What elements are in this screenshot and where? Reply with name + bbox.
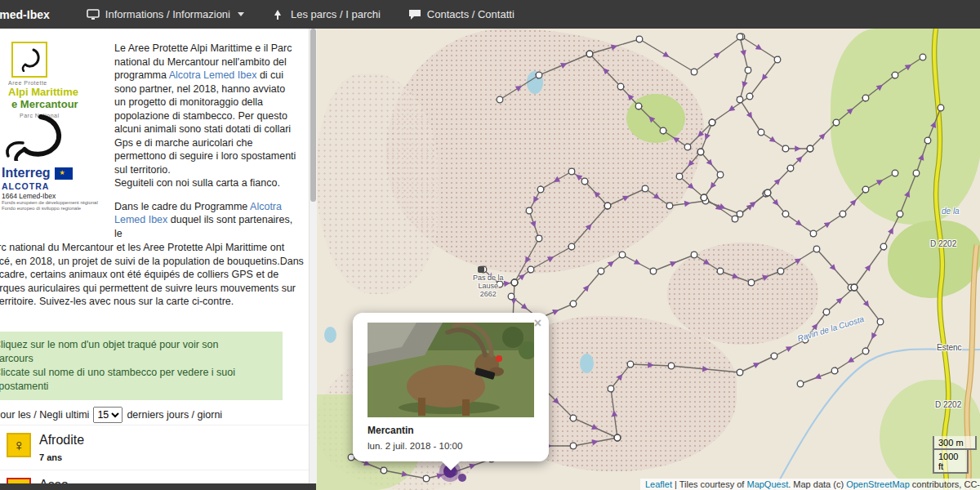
gps-waypoint[interactable] — [636, 36, 643, 42]
gps-waypoint[interactable] — [691, 252, 697, 258]
animal-name[interactable]: Afrodite — [39, 433, 84, 448]
gps-waypoint[interactable] — [717, 268, 724, 274]
gps-waypoint[interactable] — [568, 168, 575, 175]
animal-name[interactable]: Asso — [39, 478, 69, 484]
gps-waypoint[interactable] — [381, 467, 387, 474]
gps-track-line[interactable] — [740, 37, 810, 149]
scrollbar-thumb[interactable] — [310, 29, 316, 202]
gps-track-line[interactable] — [768, 173, 895, 234]
gps-waypoint[interactable] — [746, 93, 753, 100]
gps-waypoint[interactable] — [684, 144, 691, 150]
gps-waypoint[interactable] — [892, 170, 898, 176]
gps-waypoint[interactable] — [745, 67, 751, 74]
gps-waypoint[interactable] — [787, 165, 794, 172]
gps-waypoint[interactable] — [604, 203, 611, 209]
gps-waypoint[interactable] — [635, 103, 642, 109]
gps-waypoint[interactable] — [608, 385, 614, 392]
gps-waypoint[interactable] — [732, 216, 738, 222]
gps-waypoint[interactable] — [777, 268, 784, 274]
nav-contacts[interactable]: Contacts / Contatti — [394, 0, 528, 29]
gps-waypoint[interactable] — [737, 369, 743, 376]
gps-track-line[interactable] — [854, 108, 941, 287]
gps-waypoint[interactable] — [709, 119, 715, 126]
gps-waypoint[interactable] — [581, 178, 588, 185]
nav-informations[interactable]: Informations / Informazioni — [73, 0, 258, 29]
gps-waypoint[interactable] — [758, 129, 764, 136]
gps-waypoint[interactable] — [619, 252, 626, 258]
gps-track-line[interactable] — [511, 249, 851, 318]
gps-track-line[interactable] — [611, 287, 854, 438]
gps-waypoint[interactable] — [508, 293, 514, 300]
gps-waypoint[interactable] — [691, 69, 697, 75]
gps-waypoint[interactable] — [764, 189, 771, 196]
gps-waypoint[interactable] — [666, 203, 673, 209]
gps-waypoint[interactable] — [614, 434, 621, 441]
nav-parcs[interactable]: Les parcs / I parchi — [258, 0, 394, 29]
gps-waypoint[interactable] — [642, 185, 648, 192]
gps-waypoint[interactable] — [497, 96, 503, 103]
gps-waypoint[interactable] — [627, 361, 634, 368]
gps-waypoint[interactable] — [536, 235, 542, 242]
gps-waypoint[interactable] — [782, 145, 789, 152]
gps-waypoint[interactable] — [570, 443, 577, 449]
leaflet-link[interactable]: Leaflet — [645, 479, 672, 489]
gps-waypoint[interactable] — [697, 149, 704, 155]
gps-waypoint[interactable] — [668, 363, 675, 369]
gps-waypoint[interactable] — [748, 279, 755, 286]
gps-waypoint[interactable] — [737, 211, 743, 217]
gps-waypoint[interactable] — [938, 105, 944, 111]
gps-waypoint[interactable] — [617, 83, 624, 90]
mapquest-link[interactable]: MapQuest — [746, 479, 788, 489]
track-marker[interactable] — [458, 474, 466, 482]
gps-waypoint[interactable] — [737, 96, 743, 103]
gps-waypoint[interactable] — [511, 279, 518, 286]
gps-waypoint[interactable] — [862, 95, 869, 101]
leaflet-map[interactable]: D 2202 D 2202 Ravin de la Cuosta de la E… — [316, 29, 980, 490]
gps-waypoint[interactable] — [813, 246, 820, 252]
gps-waypoint[interactable] — [892, 72, 898, 78]
gps-waypoint[interactable] — [717, 172, 724, 178]
gps-waypoint[interactable] — [851, 284, 858, 291]
gps-waypoint[interactable] — [913, 170, 920, 176]
gps-waypoint[interactable] — [568, 243, 575, 250]
gps-waypoint[interactable] — [831, 368, 838, 374]
animal-row-asso[interactable]: ♂ Asso 3 ans — [0, 470, 309, 484]
gps-waypoint[interactable] — [676, 173, 683, 180]
osm-link[interactable]: OpenStreetMap — [846, 479, 910, 489]
gps-waypoint[interactable] — [797, 381, 804, 387]
gps-waypoint[interactable] — [877, 318, 884, 325]
gps-waypoint[interactable] — [823, 309, 830, 315]
animal-icon-asso[interactable]: ♂ — [7, 478, 31, 484]
popup-close-button[interactable]: × — [534, 317, 541, 330]
gps-track-line[interactable] — [679, 152, 704, 198]
gps-waypoint[interactable] — [840, 211, 846, 217]
gps-waypoint[interactable] — [810, 230, 817, 237]
gps-waypoint[interactable] — [897, 211, 903, 217]
gps-waypoint[interactable] — [701, 194, 707, 201]
gps-track-line[interactable] — [590, 54, 712, 147]
gps-track-line[interactable] — [704, 57, 923, 219]
gps-waypoint[interactable] — [862, 186, 869, 193]
gps-waypoint[interactable] — [807, 145, 813, 152]
days-select[interactable]: 15 — [93, 407, 122, 423]
animal-icon-afrodite[interactable]: ♀ — [7, 433, 31, 457]
gps-waypoint[interactable] — [650, 268, 657, 274]
gps-waypoint[interactable] — [924, 137, 931, 144]
gps-waypoint[interactable] — [880, 243, 887, 250]
sidebar-scrollbar[interactable] — [309, 29, 317, 483]
gps-waypoint[interactable] — [833, 119, 840, 126]
animal-row-afrodite[interactable]: ♀ Afrodite 7 ans — [0, 425, 309, 470]
gps-waypoint[interactable] — [536, 72, 542, 78]
gps-waypoint[interactable] — [526, 207, 532, 214]
gps-waypoint[interactable] — [586, 51, 593, 57]
gps-track-line[interactable] — [500, 37, 777, 198]
gps-waypoint[interactable] — [920, 54, 926, 60]
gps-track-line[interactable] — [514, 189, 768, 283]
gps-waypoint[interactable] — [862, 348, 869, 354]
alcotra-link-it[interactable]: Alcotra Lemed Ibex — [169, 69, 257, 81]
gps-waypoint[interactable] — [774, 56, 781, 63]
gps-waypoint[interactable] — [737, 33, 743, 40]
gps-waypoint[interactable] — [570, 415, 577, 421]
gps-waypoint[interactable] — [782, 211, 789, 217]
gps-waypoint[interactable] — [570, 301, 577, 307]
